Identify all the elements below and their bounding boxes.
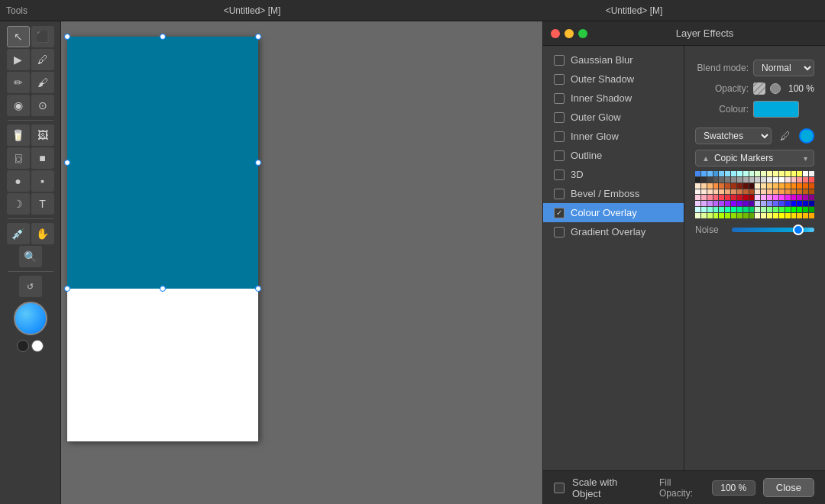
color-cell[interactable]: [737, 201, 742, 206]
color-cell[interactable]: [731, 189, 736, 195]
color-cell[interactable]: [701, 207, 707, 212]
color-cell[interactable]: [707, 195, 713, 200]
color-cell[interactable]: [773, 177, 778, 183]
color-cell[interactable]: [791, 171, 797, 176]
color-cell[interactable]: [719, 195, 724, 200]
color-cell[interactable]: [791, 201, 797, 206]
color-cell[interactable]: [737, 177, 742, 183]
rect-select-tool[interactable]: ⬛: [31, 26, 54, 47]
color-cell[interactable]: [773, 213, 778, 218]
color-cell[interactable]: [719, 171, 724, 176]
color-cell[interactable]: [701, 183, 707, 189]
color-cell[interactable]: [761, 195, 766, 200]
color-cell[interactable]: [725, 201, 730, 206]
color-cell[interactable]: [767, 183, 772, 189]
color-cell[interactable]: [737, 195, 742, 200]
effect-bevel-emboss[interactable]: Bevel / Emboss: [543, 184, 684, 203]
color-cell[interactable]: [767, 177, 772, 183]
handle-mr[interactable]: [255, 160, 261, 166]
stamp-tool[interactable]: ◉: [7, 95, 30, 116]
color-cell[interactable]: [725, 189, 730, 195]
color-cell[interactable]: [731, 207, 736, 212]
color-cell[interactable]: [767, 201, 772, 206]
color-cell[interactable]: [809, 183, 814, 189]
color-cell[interactable]: [809, 177, 814, 183]
effect-outline[interactable]: Outline: [543, 146, 684, 165]
color-cell[interactable]: [785, 195, 791, 200]
color-cell[interactable]: [737, 207, 742, 212]
color-cell[interactable]: [743, 183, 749, 189]
select-tool[interactable]: ↖: [7, 26, 30, 47]
color-cell[interactable]: [803, 171, 808, 176]
color-cell[interactable]: [713, 207, 719, 212]
color-cell[interactable]: [749, 201, 755, 206]
color-cell[interactable]: [797, 177, 802, 183]
checkbox-bevel-emboss[interactable]: [554, 189, 565, 199]
color-cell[interactable]: [779, 201, 785, 206]
color-cell[interactable]: [707, 177, 713, 183]
color-cell[interactable]: [695, 177, 700, 183]
blend-mode-select[interactable]: Normal Multiply Screen Overlay: [753, 60, 814, 76]
color-cell[interactable]: [719, 177, 724, 183]
color-cell[interactable]: [701, 177, 707, 183]
close-button[interactable]: Close: [763, 478, 814, 497]
color-cell[interactable]: [731, 183, 736, 189]
color-cell[interactable]: [695, 213, 700, 218]
color-cell[interactable]: [809, 171, 814, 176]
color-cell[interactable]: [791, 177, 797, 183]
checkbox-outline[interactable]: [554, 150, 565, 161]
color-cell[interactable]: [755, 201, 760, 206]
color-cell[interactable]: [803, 213, 808, 218]
color-cell[interactable]: [707, 183, 713, 189]
color-cell[interactable]: [755, 183, 760, 189]
color-cell[interactable]: [725, 213, 730, 218]
opacity-slider[interactable]: [753, 82, 765, 95]
color-cell[interactable]: [695, 195, 700, 200]
pen-tool[interactable]: 🖊: [31, 49, 54, 70]
zoom-tool[interactable]: 🔍: [19, 246, 42, 267]
handle-ml[interactable]: [64, 160, 70, 166]
color-cell[interactable]: [803, 183, 808, 189]
color-cell[interactable]: [809, 195, 814, 200]
rect-tool[interactable]: ▪: [31, 170, 54, 192]
color-cell[interactable]: [785, 177, 791, 183]
rotate-tool[interactable]: ↺: [19, 276, 42, 297]
color-cell[interactable]: [707, 207, 713, 212]
minimize-window-btn[interactable]: [565, 29, 574, 38]
swatches-select[interactable]: Swatches: [695, 128, 772, 144]
color-cell[interactable]: [761, 171, 766, 176]
effect-inner-shadow[interactable]: Inner Shadow: [543, 89, 684, 108]
color-cell[interactable]: [755, 171, 760, 176]
crop-tool[interactable]: ⌼: [7, 147, 30, 169]
color-cell[interactable]: [761, 177, 766, 183]
checkbox-gradient-overlay[interactable]: [554, 227, 565, 237]
handle-bl[interactable]: [64, 286, 70, 292]
moon-tool[interactable]: ☽: [7, 193, 30, 215]
color-cell[interactable]: [767, 189, 772, 195]
maximize-window-btn[interactable]: [578, 29, 587, 38]
color-cell[interactable]: [731, 171, 736, 176]
color-cell[interactable]: [779, 171, 785, 176]
color-cell[interactable]: [749, 195, 755, 200]
noise-slider[interactable]: [732, 228, 814, 232]
color-cell[interactable]: [773, 201, 778, 206]
handle-tl[interactable]: [64, 34, 70, 40]
colour-preview[interactable]: [753, 101, 799, 118]
color-cell[interactable]: [695, 183, 700, 189]
background-color[interactable]: [31, 340, 44, 352]
color-cell[interactable]: [737, 171, 742, 176]
color-cell[interactable]: [719, 183, 724, 189]
color-cell[interactable]: [749, 213, 755, 218]
color-cell[interactable]: [803, 195, 808, 200]
color-cell[interactable]: [785, 201, 791, 206]
copic-selector[interactable]: ▲ Copic Markers ▾: [695, 150, 814, 166]
color-cell[interactable]: [725, 177, 730, 183]
color-cell[interactable]: [785, 213, 791, 218]
color-cell[interactable]: [791, 183, 797, 189]
color-wheel[interactable]: [14, 302, 47, 335]
color-cell[interactable]: [713, 171, 719, 176]
color-cell[interactable]: [719, 189, 724, 195]
color-cell[interactable]: [779, 177, 785, 183]
color-cell[interactable]: [791, 213, 797, 218]
photo-tool[interactable]: 🖼: [31, 124, 54, 146]
